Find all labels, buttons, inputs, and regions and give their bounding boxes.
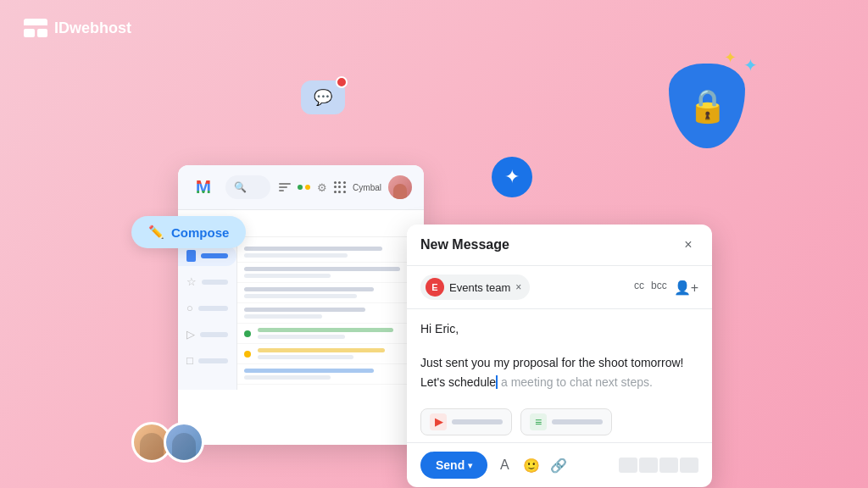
ai-star-icon: ✦ [504, 166, 520, 188]
gmail-left-panel: ☆ ○ ▷ □ [178, 237, 237, 390]
snoozed-label-bar [198, 306, 228, 311]
email-row-3[interactable] [237, 283, 424, 303]
green-indicator [244, 330, 251, 337]
sheets-attachment[interactable]: ≡ [520, 408, 612, 435]
body-line3: Let's schedule a meeting to chat next st… [420, 373, 698, 391]
sparkle-blue-icon: ✦ [743, 55, 758, 75]
sparkle-yellow-icon: ✦ [724, 48, 737, 67]
compose-button[interactable]: ✏️ Compose [131, 216, 246, 248]
body-greeting: Hi Eric, [420, 319, 698, 338]
bottom-avatars [131, 422, 204, 463]
draft-icon: □ [186, 354, 193, 367]
recipient-avatar: E [426, 278, 444, 297]
slides-attachment-name [452, 419, 503, 424]
email-row-1[interactable] [237, 242, 424, 263]
more-icon[interactable] [680, 458, 698, 473]
gmail-window: M 🔍 ⚙ Cymbal [178, 165, 424, 445]
chat-bubble-icon: 💬 [314, 88, 332, 107]
body-typed-text: Let's schedule [420, 375, 496, 389]
send-label: Send [436, 458, 465, 472]
bcc-label[interactable]: bcc [651, 280, 667, 296]
more-footer-icons [619, 458, 698, 473]
attach-file-icon[interactable] [619, 458, 637, 473]
gmail-m-letter: M [196, 176, 211, 198]
gmail-logo: M [190, 174, 217, 201]
cc-label[interactable]: cc [634, 280, 644, 296]
status-dots [298, 185, 310, 190]
gmail-header-icons: ⚙ Cymbal [279, 175, 412, 199]
sheets-attachment-name [552, 419, 603, 424]
settings-icon[interactable]: ⚙ [317, 181, 327, 194]
message-footer: Send ▾ A 🙂 🔗 [407, 442, 712, 487]
slides-attachment[interactable]: ▶ [420, 408, 512, 435]
logo-text: IDwebhost [54, 19, 131, 37]
gmail-search-bar[interactable]: 🔍 [225, 175, 270, 199]
user-avatar-2 [164, 422, 204, 463]
send-button[interactable]: Send ▾ [420, 452, 487, 479]
user-avatar[interactable] [388, 175, 412, 199]
new-message-title: New Message [420, 237, 509, 252]
ai-assistant-button[interactable]: ✦ [492, 157, 532, 197]
send-icon: ▷ [186, 328, 195, 341]
inbox-icon [186, 250, 196, 262]
sidebar-item-inbox[interactable] [178, 246, 236, 266]
clock-icon: ○ [186, 302, 193, 314]
sidebar-item-sent[interactable]: ▷ [178, 324, 236, 345]
security-shield: 🔒 ✦ ✦ [669, 64, 745, 148]
filter-icon [279, 183, 291, 191]
send-dropdown-icon[interactable]: ▾ [468, 461, 472, 470]
to-row: E Events team × cc bcc 👤+ [407, 266, 712, 309]
email-row-6[interactable] [237, 344, 424, 364]
emoji-icon[interactable]: 🙂 [521, 455, 542, 475]
search-icon: 🔍 [234, 181, 247, 193]
cc-bcc-controls: cc bcc 👤+ [634, 280, 698, 296]
lock-icon: 🔒 [687, 87, 727, 125]
sheets-icon: ≡ [530, 413, 547, 430]
logo: IDwebhost [24, 19, 131, 37]
slides-icon: ▶ [430, 413, 447, 430]
close-button[interactable]: × [678, 235, 698, 255]
shield-icon: 🔒 [669, 64, 745, 148]
gmail-header: M 🔍 ⚙ Cymbal [178, 165, 424, 210]
drafts-label-bar [198, 358, 228, 363]
link-icon[interactable]: 🔗 [548, 455, 569, 475]
email-row-4[interactable] [237, 303, 424, 324]
recipient-chip[interactable]: E Events team × [420, 274, 530, 300]
logo-icon [24, 19, 47, 37]
format-text-icon[interactable]: A [494, 455, 515, 475]
email-row-5[interactable] [237, 324, 424, 344]
inbox-label-bar [201, 253, 228, 258]
chat-bubble-notification: 💬 [301, 80, 345, 114]
attachments-row: ▶ ≡ [407, 402, 712, 442]
cymbal-label: Cymbal [353, 183, 381, 192]
compose-label: Compose [171, 225, 229, 240]
drive-icon[interactable] [659, 458, 678, 473]
sidebar-item-starred[interactable]: ☆ [178, 271, 236, 292]
sent-label-bar [200, 332, 228, 337]
yellow-indicator [244, 351, 251, 358]
yellow-dot [305, 185, 310, 190]
message-body[interactable]: Hi Eric, Just sent you my proposal for t… [407, 309, 712, 402]
sidebar-item-snoozed[interactable]: ○ [178, 297, 236, 319]
email-list [237, 237, 424, 390]
star-icon: ☆ [186, 275, 197, 288]
remove-recipient-button[interactable]: × [515, 281, 521, 293]
image-icon[interactable] [639, 458, 658, 473]
pencil-icon: ✏️ [148, 225, 164, 240]
email-row-2[interactable] [237, 263, 424, 283]
body-line2: Just sent you my proposal for the shoot … [420, 353, 698, 372]
new-message-header: New Message × [407, 225, 712, 266]
apps-grid-icon[interactable] [334, 181, 346, 193]
autocomplete-suggestion: a meeting to chat next steps. [498, 375, 653, 389]
new-message-panel: New Message × E Events team × cc bcc 👤+ … [407, 225, 712, 487]
sidebar-item-drafts[interactable]: □ [178, 350, 236, 371]
starred-label-bar [202, 280, 228, 285]
green-dot [298, 185, 303, 190]
recipient-name: Events team [449, 281, 510, 294]
email-row-7[interactable] [237, 364, 424, 385]
gmail-body: ☆ ○ ▷ □ [178, 237, 424, 390]
add-recipient-icon[interactable]: 👤+ [674, 280, 698, 296]
